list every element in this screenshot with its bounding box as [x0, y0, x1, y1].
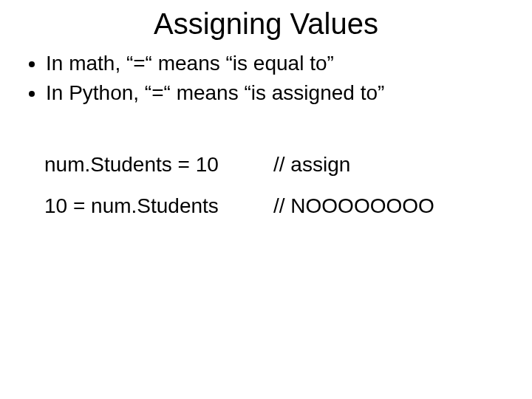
bullet-list: In math, “=“ means “is equal to” In Pyth… [28, 50, 510, 107]
slide: Assigning Values In math, “=“ means “is … [0, 0, 532, 399]
code-expression: num.Students = 10 [44, 153, 273, 177]
list-item: In math, “=“ means “is equal to” [46, 50, 510, 78]
list-item: In Python, “=“ means “is assigned to” [46, 79, 510, 107]
code-comment: // assign [273, 153, 510, 177]
code-expression: 10 = num.Students [44, 194, 273, 218]
code-comment: // NOOOOOOOO [273, 194, 510, 218]
code-row: 10 = num.Students // NOOOOOOOO [44, 194, 510, 218]
spacer [22, 109, 510, 153]
code-block: num.Students = 10 // assign 10 = num.Stu… [44, 153, 510, 218]
code-row: num.Students = 10 // assign [44, 153, 510, 177]
page-title: Assigning Values [22, 7, 510, 41]
